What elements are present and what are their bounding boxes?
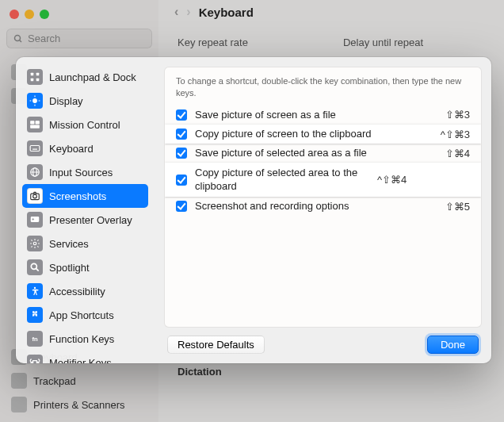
sidebar-item-launchpad-dock[interactable]: Launchpad & Dock (22, 65, 148, 89)
key-repeat-label: Key repeat rate (178, 36, 248, 48)
svg-point-24 (31, 263, 36, 269)
sidebar-item-label: Presenter Overlay (49, 214, 132, 226)
sidebar-item-label: Services (49, 238, 89, 250)
sidebar-item-label: Input Sources (49, 167, 113, 178)
sidebar-item-display[interactable]: Display (22, 89, 148, 113)
shortcut-combo[interactable]: ⇧⌘3 (445, 109, 470, 121)
svg-point-26 (34, 287, 36, 289)
shortcut-label: Save picture of screen as a file (195, 109, 437, 121)
shortcut-row[interactable]: Screenshot and recording options ⇧⌘5 (165, 197, 481, 216)
forward-button[interactable]: › (186, 5, 190, 19)
svg-rect-5 (36, 79, 40, 82)
keyboard-icon (27, 140, 43, 156)
sidebar-item-services[interactable]: Services (22, 232, 148, 255)
done-button[interactable]: Done (427, 336, 479, 354)
shortcut-combo[interactable]: ^⇧⌘3 (441, 129, 470, 140)
bg-sidebar-item-printers[interactable]: Printers & Scanners (6, 393, 152, 416)
search-input[interactable]: Search (6, 29, 152, 48)
sidebar-item-label: Function Keys (49, 333, 114, 345)
bg-header: ‹ › Keyboard (158, 0, 504, 24)
sheet-main: To change a shortcut, double-click the k… (155, 57, 491, 363)
bg-row-labels: Key repeat rate Delay until repeat (158, 24, 504, 61)
mission-control-icon (27, 117, 43, 132)
sidebar-item-keyboard[interactable]: Keyboard (22, 136, 148, 160)
sidebar-item-label: App Shortcuts (49, 309, 114, 321)
sheet-footer: Restore Defaults Done (164, 328, 482, 355)
sidebar-item-label: Screenshots (49, 190, 106, 202)
sidebar-item-app-shortcuts[interactable]: A App Shortcuts (22, 303, 148, 327)
sidebar-item-input-sources[interactable]: Input Sources (22, 160, 148, 184)
window-controls (6, 6, 152, 24)
sidebar-item-mission-control[interactable]: Mission Control (22, 113, 148, 136)
shortcut-label: Copy picture of selected area to the cli… (195, 167, 369, 193)
svg-point-6 (32, 98, 37, 103)
accessibility-icon (27, 283, 43, 299)
svg-point-22 (32, 218, 34, 221)
spotlight-icon (27, 259, 43, 275)
sidebar-item-label: Spotlight (49, 262, 90, 274)
shortcut-label: Save picture of selected area as a file (195, 147, 437, 159)
panel-description: To change a shortcut, double-click the k… (165, 74, 481, 106)
svg-text:fn: fn (32, 336, 38, 343)
sidebar-item-accessibility[interactable]: Accessibility (22, 279, 148, 303)
close-button[interactable] (10, 10, 19, 19)
checkbox[interactable] (176, 201, 187, 212)
svg-rect-3 (36, 73, 40, 76)
svg-point-23 (33, 242, 36, 245)
shortcut-row[interactable]: Copy picture of screen to the clipboard … (165, 125, 481, 144)
sidebar-item-spotlight[interactable]: Spotlight (22, 255, 148, 279)
checkbox[interactable] (176, 129, 187, 140)
app-shortcuts-icon: A (27, 307, 43, 323)
svg-line-1 (20, 40, 22, 42)
checkbox[interactable] (176, 148, 187, 159)
screenshots-icon (27, 188, 43, 204)
search-placeholder: Search (28, 33, 60, 44)
sidebar-item-presenter-overlay[interactable]: Presenter Overlay (22, 208, 148, 232)
sidebar-item-label: Accessibility (49, 286, 105, 297)
sidebar-item-label: Modifier Keys (49, 357, 112, 364)
sidebar-item-label: Mission Control (49, 119, 120, 131)
shortcut-row[interactable]: Save picture of screen as a file ⇧⌘3 (165, 106, 481, 125)
back-button[interactable]: ‹ (174, 5, 178, 19)
shortcuts-sheet: Launchpad & Dock Display Mission Control… (16, 57, 491, 363)
sidebar-item-screenshots[interactable]: Screenshots (22, 184, 148, 208)
sidebar-item-label: Launchpad & Dock (49, 71, 136, 83)
sidebar-item-label: Display (49, 95, 83, 107)
display-icon (27, 93, 43, 109)
shortcut-combo[interactable]: ^⇧⌘4 (377, 174, 407, 186)
category-sidebar: Launchpad & Dock Display Mission Control… (16, 57, 155, 363)
sidebar-item-modifier-keys[interactable]: Modifier Keys (22, 351, 148, 363)
shortcut-row[interactable]: Save picture of selected area as a file … (165, 144, 481, 163)
checkbox[interactable] (176, 109, 187, 121)
shortcut-row[interactable]: Copy picture of selected area to the cli… (165, 163, 481, 197)
svg-rect-14 (30, 146, 40, 152)
restore-defaults-button[interactable]: Restore Defaults (167, 336, 265, 354)
minimize-button[interactable] (25, 10, 34, 19)
bg-sidebar-item-trackpad[interactable]: Trackpad (6, 370, 152, 392)
svg-rect-13 (30, 125, 40, 129)
shortcut-combo[interactable]: ⇧⌘5 (445, 201, 470, 213)
modifier-keys-icon (27, 355, 43, 363)
services-icon (27, 236, 43, 251)
shortcuts-panel: To change a shortcut, double-click the k… (164, 67, 482, 328)
svg-point-0 (15, 35, 21, 40)
svg-rect-2 (31, 73, 34, 76)
svg-text:A: A (32, 311, 37, 318)
sidebar-item-function-keys[interactable]: fn Function Keys (22, 327, 148, 351)
svg-rect-12 (36, 121, 40, 124)
svg-point-20 (33, 194, 37, 198)
function-keys-icon: fn (27, 331, 43, 347)
zoom-button[interactable] (40, 10, 49, 19)
search-icon (13, 34, 23, 44)
presenter-icon (27, 212, 43, 228)
checkbox[interactable] (176, 175, 187, 186)
delay-repeat-label: Delay until repeat (343, 36, 423, 48)
page-title: Keyboard (199, 6, 254, 19)
shortcut-label: Copy picture of screen to the clipboard (195, 128, 433, 140)
input-sources-icon (27, 164, 43, 180)
svg-line-25 (36, 268, 38, 270)
svg-rect-4 (31, 79, 34, 82)
shortcut-combo[interactable]: ⇧⌘4 (445, 148, 470, 159)
shortcuts-list: Save picture of screen as a file ⇧⌘3 Cop… (165, 106, 481, 217)
launchpad-icon (27, 69, 43, 85)
